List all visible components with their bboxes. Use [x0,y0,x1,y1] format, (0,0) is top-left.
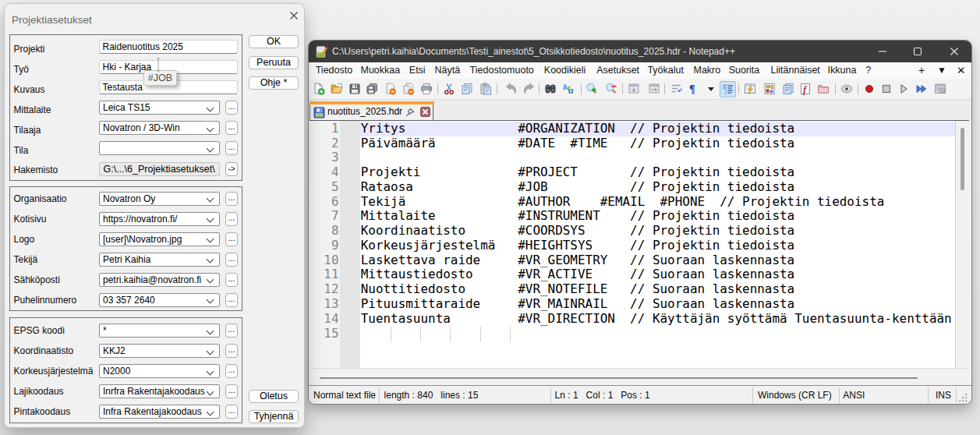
svg-text:¶: ¶ [689,83,695,95]
svg-text:b: b [564,83,568,91]
